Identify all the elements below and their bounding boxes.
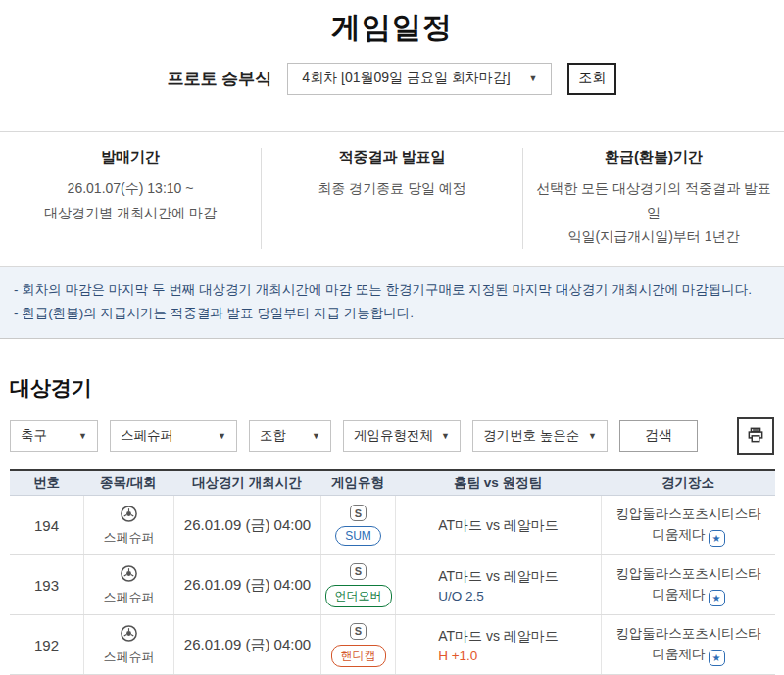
chevron-down-icon: ▼ xyxy=(441,431,450,441)
venue-star-icon[interactable]: ★ xyxy=(709,590,725,606)
info-panel-title: 발매기간 xyxy=(12,148,249,167)
col-header-start-time: 대상경기 개최시간 xyxy=(173,474,320,492)
info-strip: 발매기간 26.01.07(수) 13:10 ~ 대상경기별 개최시간에 마감 … xyxy=(0,131,784,267)
game-start-time: 26.01.09 (금) 04:00 xyxy=(184,516,311,535)
sort-order-select-value: 경기번호 높은순 xyxy=(483,427,579,445)
league-name: 스페슈퍼 xyxy=(104,589,155,606)
matchup-teams: AT마드 vs 레알마드 xyxy=(438,628,559,644)
info-panel-line: 대상경기별 개최시간에 마감 xyxy=(12,201,249,225)
league-name: 스페슈퍼 xyxy=(104,649,155,666)
table-row: 194스페슈퍼26.01.09 (금) 04:00SSUMAT마드 vs 레알마… xyxy=(10,496,775,555)
col-header-teams: 홈팀 vs 원정팀 xyxy=(395,474,601,492)
sport-select[interactable]: 축구 ▼ xyxy=(10,420,98,452)
chevron-down-icon: ▼ xyxy=(78,431,87,441)
search-button[interactable]: 검색 xyxy=(619,420,698,452)
league-select[interactable]: 스페슈퍼 ▼ xyxy=(110,420,237,452)
page-title: 게임일정 xyxy=(0,0,784,48)
game-type-select[interactable]: 게임유형전체 ▼ xyxy=(343,420,461,452)
venue-text: 킹압둘라스포츠시티스타디움제다 xyxy=(615,566,761,601)
league-name: 스페슈퍼 xyxy=(104,529,155,547)
single-game-icon: S xyxy=(350,505,367,521)
venue-star-icon[interactable]: ★ xyxy=(709,650,725,666)
info-panel-line: 선택한 모든 대상경기의 적중결과 발표일 xyxy=(535,176,772,224)
game-type-select-value: 게임유형전체 xyxy=(354,427,433,445)
notice-box: - 회차의 마감은 마지막 두 번째 대상경기 개최시간에 마감 또는 한경기구… xyxy=(0,267,784,340)
single-game-icon: S xyxy=(350,623,367,640)
venue-name: 킹압둘라스포츠시티스타디움제다★ xyxy=(602,564,775,605)
col-header-number: 번호 xyxy=(10,474,83,492)
info-panel-line: 26.01.07(수) 13:10 ~ xyxy=(12,176,249,201)
info-panel-title: 적중결과 발표일 xyxy=(273,148,511,167)
inquiry-button[interactable]: 조회 xyxy=(567,63,616,95)
game-type-detail: H +1.0 xyxy=(438,649,559,663)
round-select-value: 4회차 [01월09일 금요일 회차마감] xyxy=(302,70,510,87)
print-button[interactable] xyxy=(737,417,774,455)
info-panel-title: 환급(환불)기간 xyxy=(535,148,772,167)
matchup-teams: AT마드 vs 레알마드 xyxy=(438,568,559,584)
info-panel-line: 익일(지급개시일)부터 1년간 xyxy=(535,224,772,249)
info-panel-line: 최종 경기종료 당일 예정 xyxy=(273,176,511,201)
venue-name: 킹압둘라스포츠시티스타디움제다★ xyxy=(602,624,775,665)
chevron-down-icon: ▼ xyxy=(218,431,226,441)
chevron-down-icon: ▼ xyxy=(588,431,597,441)
col-header-game-type: 게임유형 xyxy=(320,474,395,492)
game-number: 193 xyxy=(34,577,59,594)
round-select-dropdown[interactable]: 4회차 [01월09일 금요일 회차마감] ▼ xyxy=(287,63,552,95)
round-selector-row: 프로토 승부식 4회차 [01월09일 금요일 회차마감] ▼ 조회 xyxy=(0,62,784,95)
soccer-icon xyxy=(120,624,138,647)
league-select-value: 스페슈퍼 xyxy=(121,427,173,445)
game-type-detail: U/O 2.5 xyxy=(438,589,559,603)
games-table: 번호 종목/대회 대상경기 개최시간 게임유형 홈팀 vs 원정팀 경기장소 1… xyxy=(10,469,775,675)
col-header-league: 종목/대회 xyxy=(83,474,173,492)
single-game-icon: S xyxy=(350,563,367,580)
game-number: 194 xyxy=(34,517,59,534)
game-number: 192 xyxy=(34,637,59,653)
sport-select-value: 축구 xyxy=(21,427,47,445)
table-row: 192스페슈퍼26.01.09 (금) 04:00S핸디캡AT마드 vs 레알마… xyxy=(10,615,775,675)
venue-text: 킹압둘라스포츠시티스타디움제다 xyxy=(615,626,761,660)
game-type-badge: 핸디캡 xyxy=(331,645,386,667)
section-title-target-games: 대상경기 xyxy=(10,374,784,402)
table-header-row: 번호 종목/대회 대상경기 개최시간 게임유형 홈팀 vs 원정팀 경기장소 xyxy=(10,471,775,496)
filter-row: 축구 ▼ 스페슈퍼 ▼ 조합 ▼ 게임유형전체 ▼ 경기번호 높은순 ▼ 검색 xyxy=(10,417,774,455)
combo-select[interactable]: 조합 ▼ xyxy=(249,420,331,452)
info-panel-refund-period: 환급(환불)기간 선택한 모든 대상경기의 적중결과 발표일 익일(지급개시일)… xyxy=(522,148,784,249)
info-panel-result-date: 적중결과 발표일 최종 경기종료 당일 예정 xyxy=(261,148,522,249)
sort-order-select[interactable]: 경기번호 높은순 ▼ xyxy=(472,420,608,452)
soccer-icon xyxy=(120,564,138,587)
chevron-down-icon: ▼ xyxy=(312,431,320,441)
matchup-teams: AT마드 vs 레알마드 xyxy=(438,517,559,533)
soccer-icon xyxy=(120,505,138,527)
venue-star-icon[interactable]: ★ xyxy=(709,530,725,547)
notice-line: - 환급(환불)의 지급시기는 적중결과 발표 당일부터 지급 가능합니다. xyxy=(14,302,770,326)
combo-select-value: 조합 xyxy=(260,427,286,445)
game-type-badge: 언더오버 xyxy=(325,585,392,607)
round-selector-label: 프로토 승부식 xyxy=(168,68,272,90)
venue-text: 킹압둘라스포츠시티스타디움제다 xyxy=(615,506,761,541)
info-panel-sale-period: 발매기간 26.01.07(수) 13:10 ~ 대상경기별 개최시간에 마감 xyxy=(0,148,261,249)
venue-name: 킹압둘라스포츠시티스타디움제다★ xyxy=(602,505,775,546)
game-start-time: 26.01.09 (금) 04:00 xyxy=(184,576,311,595)
notice-line: - 회차의 마감은 마지막 두 번째 대상경기 개최시간에 마감 또는 한경기구… xyxy=(14,278,770,303)
table-row: 193스페슈퍼26.01.09 (금) 04:00S언더오버AT마드 vs 레알… xyxy=(10,555,775,615)
chevron-down-icon: ▼ xyxy=(528,73,537,83)
printer-icon xyxy=(746,425,765,448)
col-header-venue: 경기장소 xyxy=(601,474,775,492)
game-type-badge: SUM xyxy=(335,526,381,546)
game-start-time: 26.01.09 (금) 04:00 xyxy=(184,636,311,654)
